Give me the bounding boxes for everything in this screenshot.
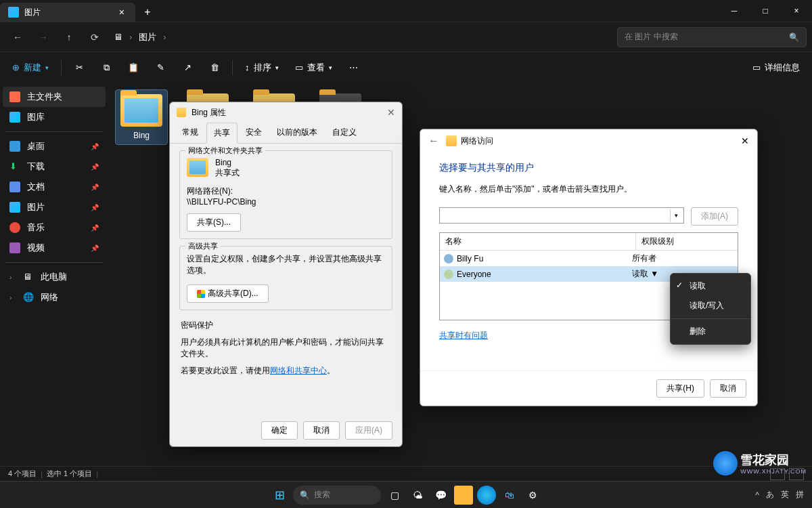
- share-button[interactable]: ↗: [175, 57, 200, 79]
- table-row[interactable]: Billy Fu 所有者: [440, 251, 738, 266]
- sort-button[interactable]: ↕ 排序 ▾: [238, 57, 286, 79]
- taskbar-app-icon[interactable]: 🌤: [408, 486, 427, 505]
- advanced-share-button[interactable]: 高级共享(D)...: [187, 284, 269, 303]
- folder-icon: [120, 94, 162, 127]
- chevron-down-icon: ▾: [45, 64, 49, 71]
- watermark-url: WWW.XHJATY.COM: [740, 468, 807, 475]
- sidebar-separator: [5, 131, 103, 132]
- tray-chevron-icon[interactable]: ^: [755, 490, 759, 500]
- tab-security[interactable]: 安全: [239, 123, 269, 143]
- maximize-button[interactable]: □: [750, 0, 781, 22]
- window-tab[interactable]: 图片 ×: [0, 3, 135, 22]
- sidebar-separator: [5, 262, 103, 263]
- up-button[interactable]: ↑: [57, 26, 81, 48]
- cut-button[interactable]: ✂: [67, 57, 91, 79]
- apply-button[interactable]: 应用(A): [345, 421, 392, 440]
- properties-dialog: Bing 属性 ✕ 常规 共享 安全 以前的版本 自定义 网络文件和文件夹共享 …: [169, 102, 403, 447]
- tab-share[interactable]: 共享: [206, 123, 238, 144]
- breadcrumb-item[interactable]: 图片: [139, 31, 156, 43]
- sidebar-item-thispc[interactable]: › 🖥 此电脑: [3, 267, 106, 287]
- back-icon[interactable]: ←: [428, 135, 439, 147]
- refresh-button[interactable]: ⟳: [83, 26, 107, 48]
- sidebar-item-documents[interactable]: 文档 📌: [3, 177, 106, 197]
- search-input[interactable]: 在 图片 中搜索 🔍: [617, 27, 807, 47]
- column-name[interactable]: 名称: [440, 233, 636, 250]
- sidebar-item-downloads[interactable]: ⬇ 下载 📌: [3, 156, 106, 177]
- menu-item-readwrite[interactable]: 读取/写入: [671, 296, 750, 316]
- sidebar-item-desktop[interactable]: 桌面 📌: [3, 136, 106, 156]
- new-button[interactable]: ⊕ 新建 ▾: [5, 57, 55, 79]
- more-button[interactable]: ⋯: [342, 57, 366, 79]
- system-tray[interactable]: ^ あ 英 拼: [755, 489, 804, 501]
- tab-general[interactable]: 常规: [175, 123, 205, 143]
- paste-button[interactable]: 📋: [121, 57, 145, 79]
- ime-indicator[interactable]: 英: [781, 489, 789, 501]
- help-link[interactable]: 共享时有问题: [439, 331, 488, 340]
- tab-previous-versions[interactable]: 以前的版本: [270, 123, 324, 143]
- chevron-down-icon: ▾: [329, 64, 332, 71]
- close-icon[interactable]: ✕: [387, 107, 395, 118]
- details-button[interactable]: ▭ 详细信息: [746, 57, 807, 79]
- chevron-down-icon[interactable]: ▾: [670, 209, 682, 221]
- status-count: 4 个项目: [8, 469, 37, 479]
- delete-button[interactable]: 🗑: [202, 57, 227, 79]
- new-tab-button[interactable]: +: [135, 3, 160, 22]
- network-path-value: \\BILLYFU-PC\Bing: [187, 197, 385, 207]
- pictures-icon: [8, 7, 19, 18]
- cancel-button[interactable]: 取消: [303, 421, 340, 440]
- sidebar-item-music[interactable]: 音乐 📌: [3, 217, 106, 238]
- add-button[interactable]: 添加(A): [691, 207, 738, 226]
- edge-icon[interactable]: [477, 486, 496, 505]
- sidebar-item-gallery[interactable]: 图库: [3, 107, 106, 127]
- explorer-icon[interactable]: [454, 486, 473, 505]
- ok-button[interactable]: 确定: [261, 421, 298, 440]
- table-header: 名称 权限级别: [440, 233, 738, 251]
- sidebar-item-videos[interactable]: 视频 📌: [3, 238, 106, 258]
- dialog-titlebar[interactable]: ← 网络访问 ✕: [420, 129, 757, 152]
- cancel-button[interactable]: 取消: [710, 379, 746, 398]
- ime-indicator[interactable]: あ: [766, 489, 774, 501]
- tab-customize[interactable]: 自定义: [325, 123, 363, 143]
- navbar: ← → ↑ ⟳ 🖥 › 图片 › 在 图片 中搜索 🔍: [0, 22, 812, 51]
- group-advanced-sharing: 高级共享 设置自定义权限，创建多个共享，并设置其他高级共享选项。 高级共享(D)…: [179, 246, 392, 310]
- network-center-link[interactable]: 网络和共享中心: [270, 366, 327, 375]
- network-access-dialog: ← 网络访问 ✕ 选择要与其共享的用户 键入名称，然后单击"添加"，或者单击箭头…: [420, 129, 758, 406]
- forward-button[interactable]: →: [31, 26, 55, 48]
- folder-item-bing[interactable]: Bing: [115, 89, 168, 145]
- store-icon[interactable]: 🛍: [500, 486, 519, 505]
- user-combobox[interactable]: ▾: [439, 207, 684, 224]
- menu-separator: [671, 318, 750, 319]
- sidebar-item-pictures[interactable]: 图片 📌: [3, 197, 106, 217]
- copy-button[interactable]: ⧉: [94, 57, 118, 79]
- toolbar-divider: [61, 60, 62, 75]
- dialog-titlebar[interactable]: Bing 属性 ✕: [170, 102, 402, 123]
- close-icon[interactable]: ✕: [741, 135, 749, 146]
- menu-item-read[interactable]: 读取: [671, 276, 750, 296]
- shield-icon: [197, 290, 205, 298]
- column-permission[interactable]: 权限级别: [636, 233, 738, 250]
- taskview-button[interactable]: ▢: [385, 486, 404, 505]
- menu-item-delete[interactable]: 删除: [671, 322, 750, 341]
- sidebar-item-network[interactable]: › 🌐 网络: [3, 287, 106, 308]
- user-icon: [444, 254, 453, 263]
- user-name: Billy Fu: [457, 254, 483, 263]
- taskbar-search[interactable]: 🔍 搜索: [293, 486, 381, 505]
- permission-cell: 所有者: [632, 253, 734, 264]
- tab-close-icon[interactable]: ×: [116, 7, 127, 18]
- sidebar-item-label: 视频: [27, 242, 45, 254]
- start-button[interactable]: ⊞: [270, 486, 289, 505]
- share-button[interactable]: 共享(H): [656, 379, 704, 398]
- rename-button[interactable]: ✎: [148, 57, 173, 79]
- window-close-button[interactable]: ×: [781, 0, 812, 22]
- taskbar-app-icon[interactable]: 💬: [431, 486, 450, 505]
- back-button[interactable]: ←: [5, 26, 30, 48]
- minimize-button[interactable]: ─: [719, 0, 750, 22]
- share-button[interactable]: 共享(S)...: [187, 213, 241, 232]
- view-button[interactable]: ▭ 查看 ▾: [288, 57, 339, 79]
- ime-indicator[interactable]: 拼: [796, 489, 804, 501]
- permission-context-menu: 读取 读取/写入 删除: [670, 273, 751, 345]
- status-sep: |: [96, 470, 98, 478]
- address-bar[interactable]: 🖥 › 图片 ›: [114, 31, 166, 43]
- sidebar-item-home[interactable]: 主文件夹: [3, 87, 106, 107]
- settings-icon[interactable]: ⚙: [523, 486, 542, 505]
